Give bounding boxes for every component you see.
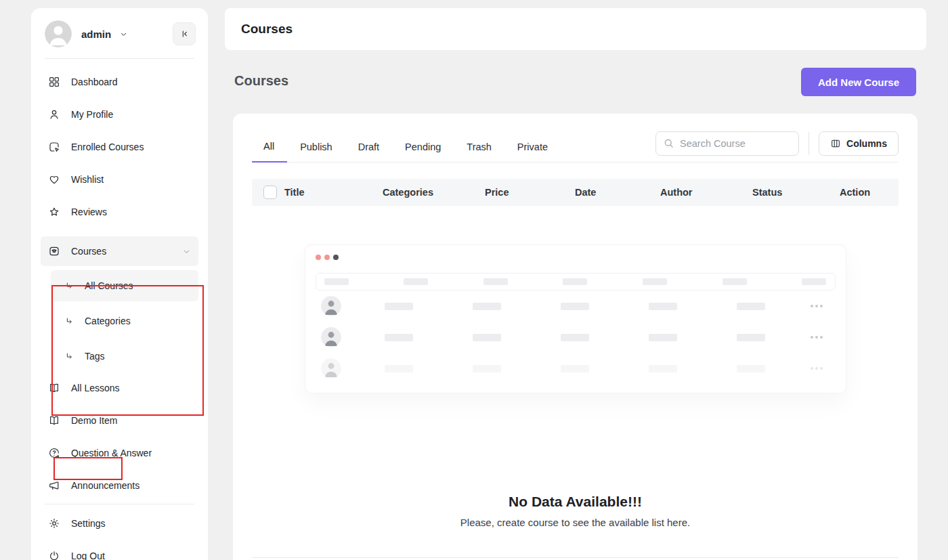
sidebar-item-dashboard[interactable]: Dashboard: [41, 66, 198, 98]
columns-icon: [830, 138, 841, 149]
table-header-row: Title Categories Price Date Author Statu…: [252, 179, 899, 206]
collapse-sidebar-button[interactable]: [173, 22, 196, 45]
megaphone-icon: [47, 479, 60, 492]
skeleton-header-row: [316, 273, 836, 290]
sidebar: admin Dashboard M: [31, 8, 208, 560]
sidebar-user-header: admin: [41, 19, 198, 58]
tab-private[interactable]: Private: [504, 131, 561, 163]
columns-button-label: Columns: [846, 138, 887, 149]
sidebar-item-settings[interactable]: Settings: [41, 507, 198, 540]
user-name[interactable]: admin: [81, 28, 111, 40]
tab-pending[interactable]: Pending: [392, 131, 454, 163]
column-header-action: Action: [840, 187, 899, 198]
sidebar-item-announcements[interactable]: Announcements: [41, 469, 198, 502]
sidebar-item-log-out[interactable]: Log Out: [41, 540, 198, 560]
power-icon: [47, 550, 60, 560]
sidebar-item-label: Announcements: [71, 480, 139, 491]
sidebar-divider: [45, 58, 194, 59]
column-header-status: Status: [752, 187, 840, 198]
chevron-down-icon[interactable]: [118, 29, 129, 39]
table-toolbar: All Publish Draft Pending Trash Private: [252, 114, 899, 163]
sidebar-item-label: All Lessons: [71, 383, 120, 393]
add-new-course-button[interactable]: Add New Course: [801, 68, 916, 96]
select-all-checkbox[interactable]: [263, 186, 277, 199]
search-box: [655, 131, 799, 156]
sidebar-subitem-all-courses[interactable]: All Courses: [51, 270, 198, 301]
sidebar-item-label: Question & Answer: [71, 448, 152, 458]
book-icon: [47, 382, 60, 394]
window-dots-icon: [305, 245, 846, 260]
column-header-title: Title: [284, 187, 383, 198]
sidebar-item-enrolled-courses[interactable]: Enrolled Courses: [41, 131, 198, 163]
ellipsis-icon: [811, 367, 830, 370]
page-topbar: Courses: [225, 8, 926, 50]
sidebar-item-label: Demo Item: [71, 415, 117, 426]
sidebar-item-label: Reviews: [71, 207, 107, 217]
section-heading: Courses: [234, 73, 288, 89]
sidebar-item-wishlist[interactable]: Wishlist: [41, 163, 198, 196]
chevron-down-icon: [181, 246, 192, 257]
ellipsis-icon: [811, 305, 830, 307]
skeleton-row: [305, 290, 846, 322]
skeleton-avatar-icon: [321, 327, 341, 347]
question-icon: [47, 447, 60, 459]
empty-state-message: Please, create course to see the availab…: [252, 517, 899, 528]
user-avatar[interactable]: [45, 20, 72, 47]
sidebar-item-label: Wishlist: [71, 174, 104, 185]
sidebar-item-demo-item[interactable]: Demo Item: [41, 404, 198, 437]
collapse-sidebar-icon: [179, 28, 190, 39]
star-icon: [47, 206, 60, 218]
sidebar-item-label: Settings: [71, 518, 106, 529]
sidebar-item-label: Log Out: [71, 551, 105, 560]
sidebar-nav: Dashboard My Profile Enrolled Courses: [41, 66, 198, 560]
book-icon: [47, 414, 60, 427]
skeleton-avatar-icon: [321, 358, 341, 379]
sidebar-divider: [45, 504, 194, 504]
gear-icon: [47, 517, 60, 530]
sidebar-subitem-categories[interactable]: Categories: [51, 305, 198, 337]
toolbar-right: Columns: [655, 131, 899, 162]
column-header-author: Author: [660, 187, 752, 198]
page-title: Courses: [241, 22, 293, 37]
sidebar-item-label: Courses: [71, 246, 106, 257]
ellipsis-icon: [811, 336, 830, 339]
sidebar-item-label: Categories: [85, 316, 131, 326]
skeleton-row: [305, 353, 846, 384]
user-avatar-icon: [45, 20, 72, 47]
status-tabs: All Publish Draft Pending Trash Private: [252, 131, 561, 162]
page-head: Courses Add New Course: [225, 50, 926, 114]
card-bottom-divider: [252, 557, 899, 558]
sub-arrow-icon: [64, 281, 74, 291]
heart-icon: [47, 173, 60, 186]
sidebar-item-reviews[interactable]: Reviews: [41, 196, 198, 228]
sidebar-item-question-answer[interactable]: Question & Answer: [41, 437, 198, 469]
search-icon: [663, 137, 674, 149]
column-header-categories: Categories: [383, 187, 485, 198]
empty-state-title: No Data Available!!!: [252, 494, 899, 510]
sub-arrow-icon: [64, 316, 74, 326]
skeleton-avatar-icon: [321, 296, 341, 316]
columns-button[interactable]: Columns: [819, 131, 899, 156]
tab-all[interactable]: All: [252, 131, 287, 163]
sidebar-item-all-lessons[interactable]: All Lessons: [41, 372, 198, 404]
sidebar-item-label: Enrolled Courses: [71, 142, 144, 152]
tab-trash[interactable]: Trash: [454, 131, 504, 163]
sidebar-item-label: Tags: [85, 351, 105, 362]
search-input[interactable]: [680, 138, 806, 149]
sub-arrow-icon: [64, 351, 74, 362]
sidebar-item-label: Dashboard: [71, 77, 118, 87]
courses-icon: [47, 245, 60, 257]
toolbar-divider: [809, 132, 809, 155]
empty-state-illustration: [305, 244, 846, 393]
sidebar-item-courses[interactable]: Courses: [41, 236, 198, 266]
sidebar-item-my-profile[interactable]: My Profile: [41, 98, 198, 131]
sidebar-item-label: My Profile: [71, 109, 113, 120]
tab-draft[interactable]: Draft: [345, 131, 392, 163]
sidebar-subitem-tags[interactable]: Tags: [51, 341, 198, 372]
skeleton-row: [305, 322, 846, 353]
tab-publish[interactable]: Publish: [287, 131, 345, 163]
courses-table-card: All Publish Draft Pending Trash Private: [233, 114, 918, 560]
sidebar-item-label: All Courses: [85, 280, 133, 291]
dashboard-icon: [47, 76, 60, 88]
enrolled-courses-icon: [47, 141, 60, 153]
